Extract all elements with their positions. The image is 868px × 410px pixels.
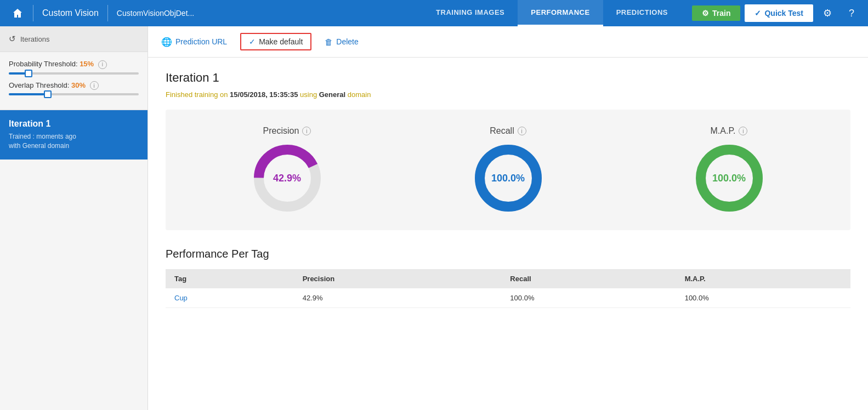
home-button[interactable] (7, 0, 29, 26)
recall-donut: 100.0% (473, 143, 544, 214)
header-actions: ⚙ Train ✓ Quick Test ⚙ ? (692, 3, 861, 23)
training-date: 15/05/2018, 15:35:35 (230, 90, 298, 99)
settings-icon: ⚙ (823, 7, 832, 19)
sidebar-iteration-item[interactable]: Iteration 1 Trained : moments ago with G… (0, 110, 147, 160)
overlap-threshold-row: Overlap Threshold: 30% i (9, 81, 139, 96)
iterations-icon: ↺ (9, 34, 16, 44)
toolbar: 🌐 Prediction URL ✓ Make default 🗑 Delete (148, 26, 868, 58)
iteration-detail: Trained : moments ago with General domai… (9, 132, 139, 151)
overlap-slider-track (9, 93, 139, 95)
help-button[interactable]: ? (842, 3, 861, 23)
tag-cup-recall: 100.0% (501, 288, 676, 308)
recall-value: 100.0% (491, 173, 525, 184)
trash-icon: 🗑 (325, 37, 333, 47)
header: Custom Vision CustomVisionObjDet... TRAI… (0, 0, 868, 26)
iterations-header: ↺ Iterations (0, 26, 147, 52)
map-label: M.A.P. i (711, 126, 748, 136)
header-divider2 (107, 5, 108, 21)
map-donut: 100.0% (694, 143, 765, 214)
tag-cup-map: 100.0% (676, 288, 850, 308)
nav-performance[interactable]: PERFORMANCE (518, 0, 603, 26)
training-domain: General (319, 90, 345, 99)
train-button[interactable]: ⚙ Train (692, 5, 740, 21)
precision-metric: Precision i 42.9% (252, 126, 323, 214)
nav-predictions[interactable]: PREDICTIONS (603, 0, 681, 26)
probability-threshold-label: Probability Threshold: 15% i (9, 60, 139, 69)
col-tag: Tag (166, 269, 294, 288)
probability-threshold-info-icon[interactable]: i (98, 60, 107, 69)
layout: ↺ Iterations Probability Threshold: 15% … (0, 26, 868, 410)
perf-tag-title: Performance Per Tag (166, 248, 850, 260)
overlap-threshold-value: 30% (71, 81, 86, 89)
project-name[interactable]: CustomVisionObjDet... (112, 9, 198, 18)
overlap-threshold-label: Overlap Threshold: 30% i (9, 81, 139, 90)
main-content: 🌐 Prediction URL ✓ Make default 🗑 Delete… (148, 26, 868, 410)
prediction-url-button[interactable]: 🌐 Prediction URL (161, 35, 227, 49)
delete-button[interactable]: 🗑 Delete (325, 35, 358, 49)
nav-training-images[interactable]: TRAINING IMAGES (423, 0, 518, 26)
probability-slider-thumb[interactable] (25, 70, 32, 77)
iterations-label: Iterations (20, 35, 49, 43)
globe-icon: 🌐 (161, 37, 172, 47)
table-body: Cup 42.9% 100.0% 100.0% (166, 288, 850, 308)
precision-info-icon[interactable]: i (302, 127, 311, 135)
app-name: Custom Vision (38, 8, 103, 18)
help-icon: ? (849, 8, 854, 19)
header-divider (33, 5, 33, 21)
probability-slider-track (9, 72, 139, 75)
table-row: Cup 42.9% 100.0% 100.0% (166, 288, 850, 308)
recall-info-icon[interactable]: i (518, 127, 526, 135)
check-icon: ✓ (754, 9, 761, 18)
recall-label: Recall i (490, 126, 526, 136)
overlap-threshold-info-icon[interactable]: i (90, 81, 99, 90)
header-nav: TRAINING IMAGES PERFORMANCE PREDICTIONS (423, 0, 681, 26)
precision-donut: 42.9% (252, 143, 323, 214)
probability-threshold-value: 15% (80, 60, 94, 68)
quick-test-button[interactable]: ✓ Quick Test (745, 4, 813, 22)
iteration-title: Iteration 1 (166, 71, 850, 85)
overlap-slider-fill (9, 93, 48, 95)
table-header-row: Tag Precision Recall M.A.P. (166, 269, 850, 288)
map-value: 100.0% (712, 173, 746, 184)
precision-label: Precision i (263, 126, 311, 136)
settings-button[interactable]: ⚙ (818, 3, 837, 23)
check-icon: ✓ (249, 37, 256, 46)
precision-value: 42.9% (273, 173, 301, 184)
content-area: Iteration 1 Finished training on 15/05/2… (148, 58, 868, 321)
gear-icon: ⚙ (702, 9, 709, 18)
col-map: M.A.P. (676, 269, 850, 288)
metrics-box: Precision i 42.9% (166, 110, 850, 230)
col-precision: Precision (294, 269, 502, 288)
tag-cup-precision: 42.9% (294, 288, 502, 308)
sidebar: ↺ Iterations Probability Threshold: 15% … (0, 26, 148, 410)
probability-threshold-row: Probability Threshold: 15% i (9, 60, 139, 75)
training-info: Finished training on 15/05/2018, 15:35:3… (166, 90, 850, 99)
make-default-button[interactable]: ✓ Make default (240, 33, 311, 50)
overlap-slider-thumb[interactable] (44, 90, 52, 98)
map-info-icon[interactable]: i (739, 127, 747, 135)
map-metric: M.A.P. i 100.0% (694, 126, 765, 214)
col-recall: Recall (501, 269, 676, 288)
thresholds-panel: Probability Threshold: 15% i Overlap Thr… (0, 52, 147, 110)
recall-metric: Recall i 100.0% (473, 126, 544, 214)
tag-cup-link[interactable]: Cup (166, 288, 294, 308)
performance-table: Tag Precision Recall M.A.P. Cup 42.9% 10… (166, 269, 850, 308)
iteration-name: Iteration 1 (9, 119, 139, 129)
table-header: Tag Precision Recall M.A.P. (166, 269, 850, 288)
